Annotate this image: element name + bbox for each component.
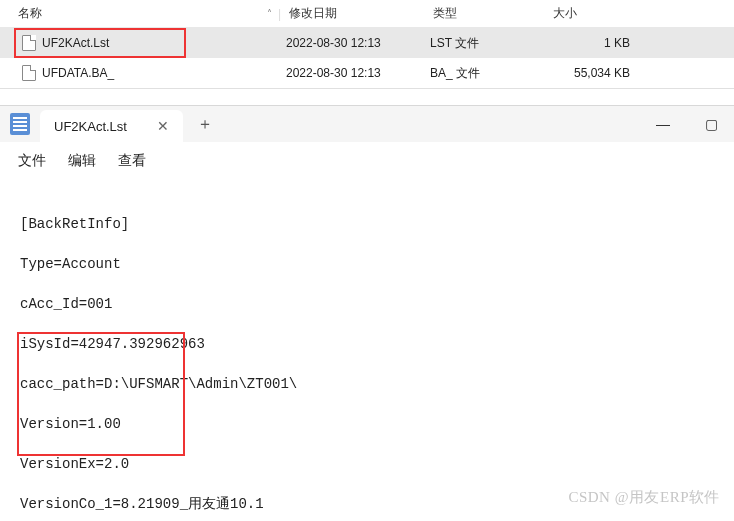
notepad-icon xyxy=(10,113,30,135)
file-name: UFDATA.BA_ xyxy=(42,66,114,80)
tab-bar: UF2KAct.Lst ✕ ＋ — ▢ xyxy=(0,106,734,142)
file-list-header: 名称 ˄ | 修改日期 类型 大小 xyxy=(0,0,734,28)
tab-active[interactable]: UF2KAct.Lst ✕ xyxy=(40,110,183,142)
col-header-size[interactable]: 大小 xyxy=(545,5,645,22)
col-header-name[interactable]: 名称 ˄ xyxy=(0,5,278,22)
text-line: Type=Account xyxy=(20,254,714,274)
minimize-button[interactable]: — xyxy=(648,116,678,132)
file-icon xyxy=(22,35,36,51)
close-tab-icon[interactable]: ✕ xyxy=(157,118,169,134)
file-type: BA_ 文件 xyxy=(422,65,542,82)
text-line: [BackRetInfo] xyxy=(20,214,714,234)
file-row[interactable]: UF2KAct.Lst 2022-08-30 12:13 LST 文件 1 KB xyxy=(0,28,734,58)
file-date: 2022-08-30 12:13 xyxy=(278,66,422,80)
col-header-name-label: 名称 xyxy=(18,5,42,22)
file-type: LST 文件 xyxy=(422,35,542,52)
menu-bar: 文件 编辑 查看 xyxy=(0,142,734,180)
text-line: Version=1.00 xyxy=(20,414,714,434)
menu-edit[interactable]: 编辑 xyxy=(68,152,96,170)
text-line: cAcc_Id=001 xyxy=(20,294,714,314)
new-tab-button[interactable]: ＋ xyxy=(197,114,213,135)
file-row[interactable]: UFDATA.BA_ 2022-08-30 12:13 BA_ 文件 55,03… xyxy=(0,58,734,88)
text-line: VersionCo_1=8.21909_用友通10.1 xyxy=(20,494,714,514)
file-date: 2022-08-30 12:13 xyxy=(278,36,422,50)
text-line: VersionEx=2.0 xyxy=(20,454,714,474)
file-explorer: 名称 ˄ | 修改日期 类型 大小 UF2KAct.Lst 2022-08-30… xyxy=(0,0,734,89)
editor-content[interactable]: [BackRetInfo] Type=Account cAcc_Id=001 i… xyxy=(0,180,734,521)
col-header-type[interactable]: 类型 xyxy=(425,5,545,22)
menu-file[interactable]: 文件 xyxy=(18,152,46,170)
sort-arrow-icon: ˄ xyxy=(267,8,272,19)
file-size: 55,034 KB xyxy=(542,66,642,80)
col-header-date[interactable]: 修改日期 xyxy=(281,5,425,22)
text-line: iSysId=42947.392962963 xyxy=(20,334,714,354)
notepad-window: UF2KAct.Lst ✕ ＋ — ▢ 文件 编辑 查看 [BackRetInf… xyxy=(0,105,734,521)
menu-view[interactable]: 查看 xyxy=(118,152,146,170)
maximize-button[interactable]: ▢ xyxy=(696,116,726,132)
tab-title: UF2KAct.Lst xyxy=(54,119,127,134)
file-name: UF2KAct.Lst xyxy=(42,36,109,50)
file-icon xyxy=(22,65,36,81)
file-size: 1 KB xyxy=(542,36,642,50)
text-line: cacc_path=D:\UFSMART\Admin\ZT001\ xyxy=(20,374,714,394)
